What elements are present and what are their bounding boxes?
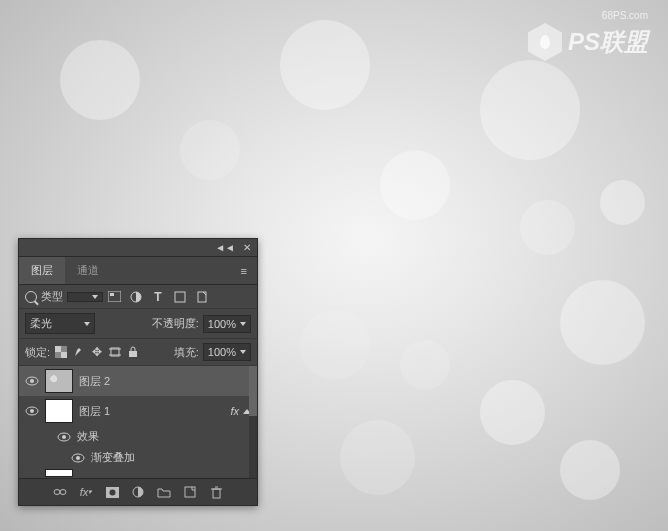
panel-bottom-toolbar: fx▾	[19, 478, 257, 505]
svg-rect-1	[110, 293, 114, 296]
watermark-site: 68PS.com	[528, 10, 648, 21]
filter-adjust-icon[interactable]	[129, 290, 143, 304]
svg-rect-5	[55, 346, 61, 352]
panel-tabs: 图层 通道 ≡	[19, 257, 257, 285]
collapse-icon[interactable]: ◄◄	[215, 242, 235, 253]
layer-row[interactable]: 图层 2	[19, 366, 257, 396]
lock-row: 锁定: ✥ 填充: 100%	[19, 339, 257, 366]
svg-rect-12	[129, 351, 137, 357]
filter-text-icon[interactable]: T	[151, 290, 165, 304]
filter-smart-icon[interactable]	[195, 290, 209, 304]
opacity-select[interactable]: 100%	[203, 315, 251, 333]
layer-name: 图层 2	[79, 374, 110, 389]
effect-item-row[interactable]: 渐变叠加	[19, 447, 257, 468]
layer-thumbnail[interactable]	[45, 399, 73, 423]
blend-mode-select[interactable]: 柔光	[25, 313, 95, 334]
blend-row: 柔光 不透明度: 100%	[19, 309, 257, 339]
visibility-icon[interactable]	[25, 374, 39, 388]
svg-point-21	[54, 490, 60, 495]
opacity-label: 不透明度:	[152, 316, 199, 331]
tab-channels[interactable]: 通道	[65, 257, 111, 284]
close-icon[interactable]: ✕	[243, 242, 251, 253]
layers-panel: ◄◄ ✕ 图层 通道 ≡ 类型 T 柔光 不透明度: 100% 锁定: ✥ 填充…	[18, 238, 258, 506]
svg-rect-3	[175, 292, 185, 302]
watermark: 68PS.com PS联盟	[528, 10, 648, 61]
layer-row[interactable]: 图层 1 fx	[19, 396, 257, 426]
watermark-brand: PS联盟	[568, 26, 648, 58]
fx-badge[interactable]: fx	[230, 405, 251, 417]
effect-name: 渐变叠加	[91, 450, 135, 465]
new-layer-icon[interactable]	[182, 485, 198, 499]
filter-shape-icon[interactable]	[173, 290, 187, 304]
effects-row[interactable]: 效果	[19, 426, 257, 447]
layer-thumbnail[interactable]	[45, 469, 73, 477]
lock-artboard-icon[interactable]	[108, 345, 122, 359]
adjustment-icon[interactable]	[130, 485, 146, 499]
layer-name: 图层 1	[79, 404, 110, 419]
fx-icon[interactable]: fx▾	[78, 485, 94, 499]
visibility-icon[interactable]	[25, 404, 39, 418]
filter-label: 类型	[41, 289, 63, 304]
watermark-hex-icon	[528, 23, 562, 61]
search-icon[interactable]	[25, 291, 37, 303]
visibility-icon[interactable]	[57, 430, 71, 444]
layers-list: 图层 2 图层 1 fx 效果 渐变叠加	[19, 366, 257, 478]
filter-row: 类型 T	[19, 285, 257, 309]
visibility-icon[interactable]	[71, 451, 85, 465]
effects-label: 效果	[77, 429, 99, 444]
lock-position-icon[interactable]: ✥	[90, 345, 104, 359]
filter-type-select[interactable]	[67, 292, 103, 302]
tab-layers[interactable]: 图层	[19, 257, 65, 284]
layer-thumbnail[interactable]	[45, 369, 73, 393]
lock-pixels-icon[interactable]	[72, 345, 86, 359]
svg-point-14	[30, 379, 34, 383]
mask-icon[interactable]	[104, 485, 120, 499]
lock-label: 锁定:	[25, 345, 50, 360]
svg-rect-7	[61, 346, 67, 352]
lock-transparency-icon[interactable]	[54, 345, 68, 359]
svg-point-20	[76, 456, 80, 460]
svg-rect-26	[185, 487, 195, 497]
svg-rect-27	[213, 489, 220, 498]
fill-label: 填充:	[174, 345, 199, 360]
link-icon[interactable]	[52, 485, 68, 499]
svg-point-24	[109, 489, 115, 495]
fill-select[interactable]: 100%	[203, 343, 251, 361]
svg-point-18	[62, 435, 66, 439]
lock-all-icon[interactable]	[126, 345, 140, 359]
group-icon[interactable]	[156, 485, 172, 499]
svg-rect-6	[61, 352, 67, 358]
svg-point-22	[60, 490, 66, 495]
scrollbar[interactable]	[249, 366, 257, 478]
svg-rect-8	[55, 352, 61, 358]
svg-rect-0	[108, 291, 121, 302]
panel-menu-icon[interactable]: ≡	[231, 259, 257, 283]
svg-point-16	[30, 409, 34, 413]
filter-pixel-icon[interactable]	[107, 290, 121, 304]
layer-row[interactable]	[19, 468, 257, 478]
trash-icon[interactable]	[208, 485, 224, 499]
